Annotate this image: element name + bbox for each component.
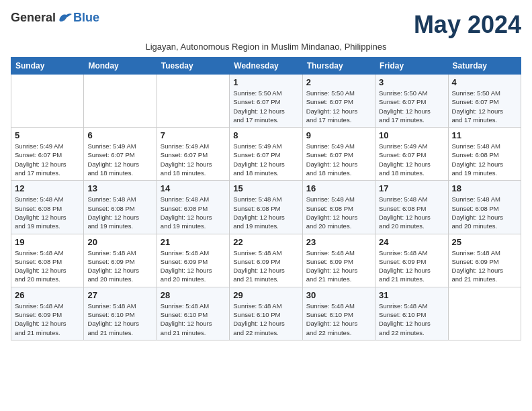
subtitle: Ligayan, Autonomous Region in Muslim Min… [11,42,521,52]
day-number: 17 [379,183,444,193]
calendar-cell: 5Sunrise: 5:49 AM Sunset: 6:07 PM Daylig… [11,128,84,181]
month-title: May 2024 [414,11,521,39]
day-number: 27 [87,290,152,300]
day-number: 19 [15,237,80,247]
calendar-cell: 13Sunrise: 5:48 AM Sunset: 6:08 PM Dayli… [84,181,157,234]
calendar-cell: 16Sunrise: 5:48 AM Sunset: 6:08 PM Dayli… [302,181,375,234]
day-info: Sunrise: 5:48 AM Sunset: 6:09 PM Dayligh… [233,248,298,284]
day-number: 21 [161,237,226,247]
calendar-week-row: 19Sunrise: 5:48 AM Sunset: 6:08 PM Dayli… [11,234,521,287]
page-header: General Blue May 2024 [11,11,521,39]
calendar-cell: 18Sunrise: 5:48 AM Sunset: 6:08 PM Dayli… [448,181,521,234]
day-number: 12 [15,183,80,193]
calendar-cell: 8Sunrise: 5:49 AM Sunset: 6:07 PM Daylig… [230,128,302,181]
day-number: 18 [452,183,517,193]
day-number: 15 [233,183,298,193]
day-info: Sunrise: 5:50 AM Sunset: 6:07 PM Dayligh… [233,89,298,124]
day-info: Sunrise: 5:48 AM Sunset: 6:10 PM Dayligh… [161,302,226,337]
day-number: 14 [161,183,226,193]
calendar-week-row: 26Sunrise: 5:48 AM Sunset: 6:09 PM Dayli… [11,287,521,340]
calendar-cell: 17Sunrise: 5:48 AM Sunset: 6:08 PM Dayli… [375,181,448,234]
calendar-cell [448,287,521,340]
day-info: Sunrise: 5:49 AM Sunset: 6:07 PM Dayligh… [87,142,152,177]
calendar-cell [157,75,229,128]
calendar-cell: 11Sunrise: 5:48 AM Sunset: 6:08 PM Dayli… [448,128,521,181]
day-number: 25 [452,237,517,247]
days-header-row: SundayMondayTuesdayWednesdayThursdayFrid… [11,58,521,75]
calendar-cell: 31Sunrise: 5:48 AM Sunset: 6:10 PM Dayli… [375,287,448,340]
calendar-cell: 30Sunrise: 5:48 AM Sunset: 6:10 PM Dayli… [302,287,375,340]
day-number: 31 [379,290,444,300]
logo-text-general: General [11,11,56,25]
calendar-cell: 23Sunrise: 5:48 AM Sunset: 6:09 PM Dayli… [302,234,375,287]
day-number: 26 [15,290,80,300]
day-info: Sunrise: 5:48 AM Sunset: 6:08 PM Dayligh… [15,195,80,230]
calendar-cell: 2Sunrise: 5:50 AM Sunset: 6:07 PM Daylig… [302,75,375,128]
logo: General Blue [11,11,99,25]
calendar-cell: 21Sunrise: 5:48 AM Sunset: 6:09 PM Dayli… [157,234,229,287]
day-number: 16 [306,183,371,193]
calendar-cell: 22Sunrise: 5:48 AM Sunset: 6:09 PM Dayli… [230,234,302,287]
day-number: 22 [233,237,298,247]
calendar-cell: 19Sunrise: 5:48 AM Sunset: 6:08 PM Dayli… [11,234,84,287]
day-info: Sunrise: 5:48 AM Sunset: 6:09 PM Dayligh… [379,248,444,284]
day-number: 13 [87,183,152,193]
day-info: Sunrise: 5:49 AM Sunset: 6:07 PM Dayligh… [306,142,371,177]
day-info: Sunrise: 5:48 AM Sunset: 6:08 PM Dayligh… [452,195,517,230]
day-info: Sunrise: 5:48 AM Sunset: 6:09 PM Dayligh… [161,248,226,284]
day-header-tuesday: Tuesday [157,58,229,75]
calendar-cell [11,75,84,128]
calendar-cell: 20Sunrise: 5:48 AM Sunset: 6:09 PM Dayli… [84,234,157,287]
day-number: 4 [452,77,517,87]
day-info: Sunrise: 5:48 AM Sunset: 6:08 PM Dayligh… [161,195,226,230]
day-info: Sunrise: 5:48 AM Sunset: 6:08 PM Dayligh… [306,195,371,230]
calendar-week-row: 12Sunrise: 5:48 AM Sunset: 6:08 PM Dayli… [11,181,521,234]
day-info: Sunrise: 5:48 AM Sunset: 6:08 PM Dayligh… [379,195,444,230]
calendar-cell: 10Sunrise: 5:49 AM Sunset: 6:07 PM Dayli… [375,128,448,181]
day-info: Sunrise: 5:48 AM Sunset: 6:09 PM Dayligh… [306,248,371,284]
day-number: 1 [233,77,298,87]
calendar-cell: 1Sunrise: 5:50 AM Sunset: 6:07 PM Daylig… [230,75,302,128]
day-info: Sunrise: 5:48 AM Sunset: 6:10 PM Dayligh… [379,302,444,337]
day-header-saturday: Saturday [448,58,521,75]
calendar-cell: 25Sunrise: 5:48 AM Sunset: 6:09 PM Dayli… [448,234,521,287]
day-info: Sunrise: 5:48 AM Sunset: 6:08 PM Dayligh… [87,195,152,230]
day-header-monday: Monday [84,58,157,75]
day-number: 23 [306,237,371,247]
day-info: Sunrise: 5:50 AM Sunset: 6:07 PM Dayligh… [379,89,444,124]
day-info: Sunrise: 5:49 AM Sunset: 6:07 PM Dayligh… [161,142,226,177]
day-header-thursday: Thursday [302,58,375,75]
day-header-sunday: Sunday [11,58,84,75]
day-number: 8 [233,130,298,140]
day-info: Sunrise: 5:48 AM Sunset: 6:10 PM Dayligh… [306,302,371,337]
logo-text-blue: Blue [73,11,99,25]
calendar-cell: 26Sunrise: 5:48 AM Sunset: 6:09 PM Dayli… [11,287,84,340]
calendar-cell: 29Sunrise: 5:48 AM Sunset: 6:10 PM Dayli… [230,287,302,340]
day-number: 29 [233,290,298,300]
day-number: 24 [379,237,444,247]
day-number: 10 [379,130,444,140]
calendar-cell: 6Sunrise: 5:49 AM Sunset: 6:07 PM Daylig… [84,128,157,181]
day-number: 28 [161,290,226,300]
day-number: 5 [15,130,80,140]
calendar-cell: 7Sunrise: 5:49 AM Sunset: 6:07 PM Daylig… [157,128,229,181]
calendar-cell: 27Sunrise: 5:48 AM Sunset: 6:10 PM Dayli… [84,287,157,340]
calendar-week-row: 1Sunrise: 5:50 AM Sunset: 6:07 PM Daylig… [11,75,521,128]
logo-bird-icon [57,12,72,24]
day-number: 7 [161,130,226,140]
day-number: 6 [87,130,152,140]
calendar-cell: 3Sunrise: 5:50 AM Sunset: 6:07 PM Daylig… [375,75,448,128]
day-info: Sunrise: 5:48 AM Sunset: 6:09 PM Dayligh… [15,302,80,337]
calendar-cell: 14Sunrise: 5:48 AM Sunset: 6:08 PM Dayli… [157,181,229,234]
day-info: Sunrise: 5:49 AM Sunset: 6:07 PM Dayligh… [379,142,444,177]
day-info: Sunrise: 5:48 AM Sunset: 6:08 PM Dayligh… [15,248,80,284]
day-number: 2 [306,77,371,87]
day-number: 11 [452,130,517,140]
day-info: Sunrise: 5:48 AM Sunset: 6:08 PM Dayligh… [452,142,517,177]
calendar-table: SundayMondayTuesdayWednesdayThursdayFrid… [11,57,521,340]
calendar-cell: 15Sunrise: 5:48 AM Sunset: 6:08 PM Dayli… [230,181,302,234]
day-info: Sunrise: 5:48 AM Sunset: 6:10 PM Dayligh… [233,302,298,337]
calendar-cell: 9Sunrise: 5:49 AM Sunset: 6:07 PM Daylig… [302,128,375,181]
day-number: 20 [87,237,152,247]
day-header-friday: Friday [375,58,448,75]
